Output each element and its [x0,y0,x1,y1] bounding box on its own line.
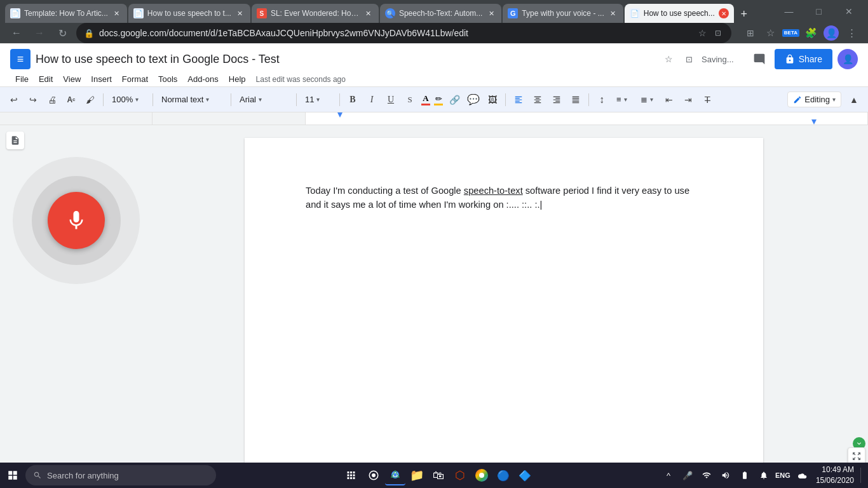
text-color-button[interactable]: A [420,92,431,107]
document-content[interactable]: Today I'm conducting a test of Google sp… [306,184,702,212]
editing-mode-dropdown[interactable]: Editing ▾ [787,92,841,107]
browser-tab-4[interactable]: 🔍 Speech-to-Text: Autom... ✕ [380,4,501,23]
menu-file[interactable]: File [10,72,34,86]
taskbar-cortana[interactable] [363,465,384,485]
menu-addons[interactable]: Add-ons [182,72,223,86]
profile-icon[interactable]: 👤 [822,24,840,42]
menu-edit[interactable]: Edit [34,72,58,86]
italic-button[interactable]: I [363,91,381,109]
image-button[interactable]: 🖼 [484,91,501,109]
taskbar-search[interactable]: Search for anything [25,465,216,485]
tray-mic[interactable]: 🎤 [680,468,695,483]
increase-indent-button[interactable]: ⇥ [679,91,697,109]
tab-close-4[interactable]: ✕ [486,8,496,18]
undo-button[interactable]: ↩ [5,91,23,109]
browser-tab-2[interactable]: 📄 How to use speech to t... ✕ [128,4,250,23]
menu-tools[interactable]: Tools [153,72,182,86]
line-spacing-button[interactable]: ↕ [593,91,611,109]
refresh-button[interactable]: ↻ [53,24,71,42]
align-center-button[interactable] [529,91,546,109]
bulleted-list-dropdown[interactable]: ≣ ▾ [636,91,659,109]
align-left-button[interactable] [510,91,527,109]
clear-format-button[interactable]: T̶ [698,91,716,109]
tab-close-2[interactable]: ✕ [235,8,245,18]
align-right-button[interactable] [548,91,566,109]
paint-format-button[interactable]: 🖌 [81,91,99,109]
browser-tab-3[interactable]: S SL: Ever Wondered: How d... ✕ [252,4,379,23]
comment-button[interactable]: 💬 [465,91,482,109]
tray-language[interactable]: ENG [775,468,790,483]
browser-tab-1[interactable]: 📄 Template: How To Artic... ✕ [5,4,127,23]
cast-icon[interactable]: ⊞ [742,24,759,42]
user-avatar[interactable]: 👤 [837,49,858,69]
star-document-icon[interactable]: ☆ [661,51,676,67]
menu-view[interactable]: View [58,72,86,86]
taskbar-google-chrome-2[interactable] [471,465,492,485]
minimize-button[interactable]: — [775,0,803,23]
back-button[interactable]: ← [8,24,25,42]
tray-network[interactable] [699,468,714,483]
forward-button[interactable]: → [31,24,48,42]
doc-outline-icon[interactable] [6,132,24,149]
bold-button[interactable]: B [344,91,362,109]
underline-button[interactable]: U [382,91,400,109]
link-button[interactable]: 🔗 [445,91,463,109]
toolbar-divider-2 [153,93,153,106]
style-dropdown[interactable]: Normal text ▾ [157,91,227,109]
tab-close-6-red[interactable]: ✕ [719,8,729,18]
open-in-tab-icon[interactable]: ⊡ [712,27,724,39]
menu-icon[interactable]: ⋮ [843,24,860,42]
tray-battery[interactable] [737,468,752,483]
microphone-button[interactable] [48,192,105,249]
new-tab-button[interactable]: + [735,5,753,23]
taskbar-chrome[interactable] [385,465,405,485]
address-bar[interactable]: 🔒 docs.google.com/document/d/1eTaBCBAxau… [76,23,731,43]
spell-check-button[interactable]: Ac [62,91,80,109]
collapse-toolbar-button[interactable]: ▲ [845,91,863,109]
maximize-button[interactable]: □ [804,0,833,23]
clock-display[interactable]: 10:49 AM 15/06/2020 [816,464,854,486]
zoom-dropdown[interactable]: 100% ▾ [107,91,149,109]
tray-chevron[interactable]: ^ [661,468,676,483]
taskbar-app-7[interactable]: 🔵 [493,465,513,485]
print-button[interactable]: 🖨 [43,91,61,109]
taskbar-office[interactable]: ⬡ [450,465,470,485]
decrease-indent-button[interactable]: ⇤ [660,91,678,109]
close-button[interactable]: ✕ [834,0,863,23]
tray-onedrive[interactable] [794,468,810,483]
browser-tab-6[interactable]: 📄 How to use speech... ✕ [625,4,734,23]
browser-tab-5[interactable]: G Type with your voice - ... ✕ [503,4,623,23]
highlight-color-button[interactable]: ✏ [433,93,444,107]
extensions-icon[interactable]: 🧩 [802,24,820,42]
menu-insert[interactable]: Insert [86,72,117,86]
redo-button[interactable]: ↪ [24,91,42,109]
bookmark-icon[interactable]: ☆ [762,24,780,42]
font-dropdown[interactable]: Arial ▾ [235,91,292,109]
tab-close-3[interactable]: ✕ [363,8,374,18]
docs-title-icons: ☆ ⊡ Saving... [661,51,734,67]
start-button[interactable] [3,465,23,485]
menu-format[interactable]: Format [117,72,153,86]
taskview-button[interactable] [342,465,362,485]
taskbar-app-8[interactable]: 🔷 [515,465,535,485]
font-size-dropdown[interactable]: 11 ▾ [301,91,336,109]
strikethrough-button[interactable]: S [401,91,419,109]
show-desktop-button[interactable] [860,468,865,483]
share-button[interactable]: Share [775,49,832,69]
tray-speakers[interactable] [718,468,733,483]
tab-close-1[interactable]: ✕ [112,8,122,18]
tab-title-5: Type with your voice - ... [522,9,604,18]
menu-help[interactable]: Help [224,72,251,86]
numbered-list-dropdown[interactable]: ≡ ▾ [612,91,635,109]
taskbar-store[interactable]: 🛍 [428,465,449,485]
document-area[interactable]: Today I'm conducting a test of Google sp… [153,125,855,488]
docs-document-title[interactable]: How to use speech to text in Google Docs… [36,53,280,65]
move-to-drive-icon[interactable]: ⊡ [681,51,696,67]
tab-close-5[interactable]: ✕ [608,8,618,18]
tray-notifications[interactable] [756,468,771,483]
taskbar-file-explorer[interactable]: 📁 [407,465,427,485]
ruler-indent-marker [337,112,342,118]
align-justify-button[interactable] [567,91,585,109]
star-icon[interactable]: ☆ [697,27,709,39]
comments-button[interactable] [749,49,770,69]
